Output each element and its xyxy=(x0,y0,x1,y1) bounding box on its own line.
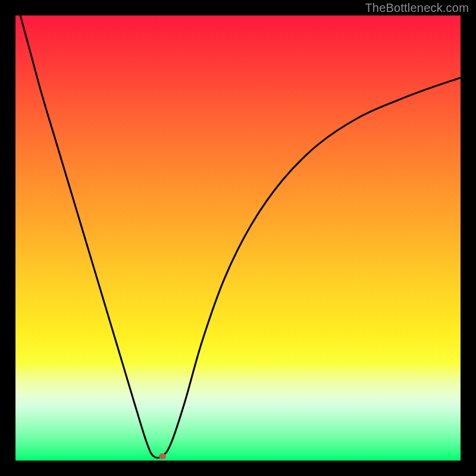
bottleneck-curve xyxy=(15,15,461,461)
chart-frame: TheBottleneck.com xyxy=(0,0,476,476)
plot-area xyxy=(15,15,461,461)
optimal-point-marker xyxy=(159,453,166,459)
watermark-text: TheBottleneck.com xyxy=(365,1,469,15)
